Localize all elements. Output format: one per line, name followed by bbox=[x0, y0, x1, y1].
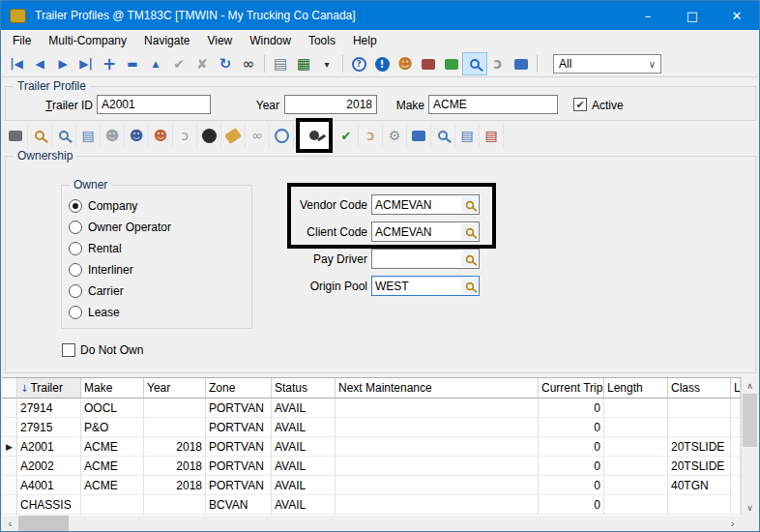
col-header-status[interactable]: Status bbox=[272, 378, 336, 399]
cell-current-trip[interactable]: 0 bbox=[539, 399, 604, 418]
trailer-find2-icon[interactable] bbox=[431, 124, 455, 148]
safe-icon[interactable] bbox=[4, 124, 28, 148]
cell-year[interactable]: 2018 bbox=[144, 437, 206, 457]
cell-l[interactable] bbox=[731, 399, 741, 418]
money-icon[interactable] bbox=[440, 53, 463, 74]
cell-zone[interactable]: PORTVAN bbox=[206, 437, 272, 457]
cell-zone[interactable]: BCVAN bbox=[206, 495, 272, 515]
scroll-up-button[interactable]: ∧ bbox=[742, 377, 758, 394]
do-not-own-row[interactable]: Do Not Own bbox=[62, 343, 143, 357]
menu-multi-company[interactable]: Multi-Company bbox=[40, 32, 135, 49]
cell-current-trip[interactable]: 0 bbox=[539, 457, 604, 476]
lookup-button-vendor-code[interactable] bbox=[461, 196, 478, 213]
cell-year[interactable]: 2018 bbox=[144, 457, 206, 476]
table-row-a2001[interactable]: ▶A2001ACME2018PORTVANAVAIL020TSLIDE bbox=[2, 437, 741, 457]
cell-class[interactable]: 20TSLIDE bbox=[668, 437, 731, 457]
col-header-make[interactable]: Make bbox=[81, 378, 144, 399]
lookup-button-client-code[interactable] bbox=[461, 223, 478, 240]
cell-status[interactable]: AVAIL bbox=[272, 476, 336, 495]
cell-trailer[interactable]: 27914 bbox=[17, 399, 81, 418]
col-header-current-trip[interactable]: Current Trip bbox=[539, 378, 604, 399]
trailer-find-icon[interactable] bbox=[52, 124, 76, 148]
cell-zone[interactable]: PORTVAN bbox=[206, 457, 272, 476]
cell-l[interactable] bbox=[731, 495, 741, 515]
last-record-icon[interactable]: ▶| bbox=[74, 53, 98, 74]
menu-view[interactable]: View bbox=[198, 32, 241, 49]
monitor-dropdown-icon[interactable]: ▾ bbox=[315, 53, 338, 74]
first-record-icon[interactable]: |◀ bbox=[5, 53, 28, 74]
cell-make[interactable]: P&O bbox=[81, 418, 144, 437]
filter-dropdown[interactable]: All ∨ bbox=[553, 54, 661, 74]
menu-file[interactable]: File bbox=[4, 32, 40, 49]
table-row-27915[interactable]: 27915P&OPORTVANAVAIL0 bbox=[2, 418, 741, 437]
monitor-icon[interactable]: ▦ bbox=[292, 53, 315, 74]
cell-zone[interactable]: PORTVAN bbox=[206, 418, 272, 437]
cell-make[interactable]: ACME bbox=[81, 476, 144, 495]
cell-status[interactable]: AVAIL bbox=[272, 457, 336, 476]
cell-trailer[interactable]: 27915 bbox=[17, 418, 81, 437]
trailer-search-icon[interactable] bbox=[463, 53, 486, 74]
table-row-a2002[interactable]: A2002ACME2018PORTVANAVAIL020TSLIDE bbox=[2, 457, 741, 476]
collapse-icon[interactable]: ▲ bbox=[144, 53, 167, 74]
vertical-scrollbar[interactable]: ∧ ∨ bbox=[741, 377, 758, 516]
report-icon[interactable]: ▤ bbox=[455, 124, 480, 148]
menu-help[interactable]: Help bbox=[344, 32, 386, 49]
couplers-icon[interactable]: ∞ bbox=[246, 124, 270, 148]
key-icon[interactable] bbox=[296, 118, 333, 153]
cell-length[interactable] bbox=[604, 457, 668, 476]
cell-year[interactable]: 2018 bbox=[144, 476, 206, 495]
cell-trailer[interactable]: A4001 bbox=[17, 476, 81, 495]
cell-next-maintenance[interactable] bbox=[336, 495, 539, 515]
cancel-edit-icon[interactable]: ✘ bbox=[190, 53, 214, 74]
radio-owner-lease[interactable]: Lease bbox=[69, 302, 171, 323]
truck-icon[interactable] bbox=[417, 53, 440, 74]
vertical-scroll-thumb[interactable] bbox=[743, 394, 757, 447]
officer-icon[interactable]: ☻ bbox=[125, 124, 149, 148]
active-checkbox[interactable]: ✔ bbox=[573, 98, 587, 111]
cell-make[interactable]: ACME bbox=[81, 437, 144, 457]
col-header-trailer[interactable]: ↓Trailer bbox=[17, 378, 81, 399]
hitch-seat-icon[interactable]: ɔ bbox=[173, 124, 197, 148]
lookup-button-origin-pool[interactable] bbox=[461, 278, 478, 294]
radio-owner-carrier[interactable]: Carrier bbox=[69, 281, 171, 302]
trailer-id-input[interactable] bbox=[97, 95, 211, 114]
cell-class[interactable] bbox=[668, 495, 731, 515]
cell-year[interactable] bbox=[144, 495, 206, 515]
cell-zone[interactable]: PORTVAN bbox=[206, 476, 272, 495]
lookup-button-pay-driver[interactable] bbox=[461, 251, 478, 267]
cell-zone[interactable]: PORTVAN bbox=[206, 399, 272, 418]
alert-icon[interactable]: ! bbox=[370, 53, 394, 74]
col-header-zone[interactable]: Zone bbox=[206, 378, 272, 399]
cell-class[interactable]: 40TGN bbox=[668, 476, 731, 495]
cell-l[interactable] bbox=[731, 418, 741, 437]
col-header-l[interactable]: L bbox=[731, 378, 741, 399]
cell-year[interactable] bbox=[144, 399, 206, 418]
scroll-left-button[interactable]: ‹ bbox=[2, 516, 18, 531]
cell-class[interactable]: 20TSLIDE bbox=[668, 457, 731, 476]
radio-owner-owner-operator[interactable]: Owner Operator bbox=[69, 217, 171, 238]
certificate-icon[interactable]: ▤ bbox=[480, 124, 504, 148]
radio-owner-company[interactable]: Company bbox=[69, 195, 171, 217]
cell-class[interactable] bbox=[668, 399, 731, 418]
cell-trailer[interactable]: A2002 bbox=[17, 457, 81, 476]
close-button[interactable]: ✕ bbox=[715, 1, 759, 30]
cell-next-maintenance[interactable] bbox=[336, 399, 539, 418]
cell-l[interactable] bbox=[731, 457, 741, 476]
cell-next-maintenance[interactable] bbox=[336, 437, 539, 457]
table-row-a4001[interactable]: A4001ACME2018PORTVANAVAIL040TGN bbox=[2, 476, 741, 495]
maximize-button[interactable]: □ bbox=[670, 1, 715, 30]
next-record-icon[interactable]: ▶ bbox=[51, 53, 74, 74]
col-header-year[interactable]: Year bbox=[144, 378, 206, 399]
cell-length[interactable] bbox=[604, 418, 668, 437]
mechanic-icon[interactable]: ☻ bbox=[149, 124, 173, 148]
stopwatch-icon[interactable] bbox=[270, 124, 294, 148]
inspection-icon[interactable]: ✔ bbox=[335, 124, 359, 148]
input-vendor-code[interactable]: ACMEVAN bbox=[371, 194, 480, 215]
cell-status[interactable]: AVAIL bbox=[272, 437, 336, 457]
menu-tools[interactable]: Tools bbox=[300, 32, 344, 49]
cell-length[interactable] bbox=[604, 437, 668, 457]
search-icon[interactable] bbox=[28, 124, 52, 148]
cell-status[interactable]: AVAIL bbox=[272, 399, 336, 418]
cell-next-maintenance[interactable] bbox=[336, 457, 539, 476]
cell-status[interactable]: AVAIL bbox=[272, 495, 336, 515]
